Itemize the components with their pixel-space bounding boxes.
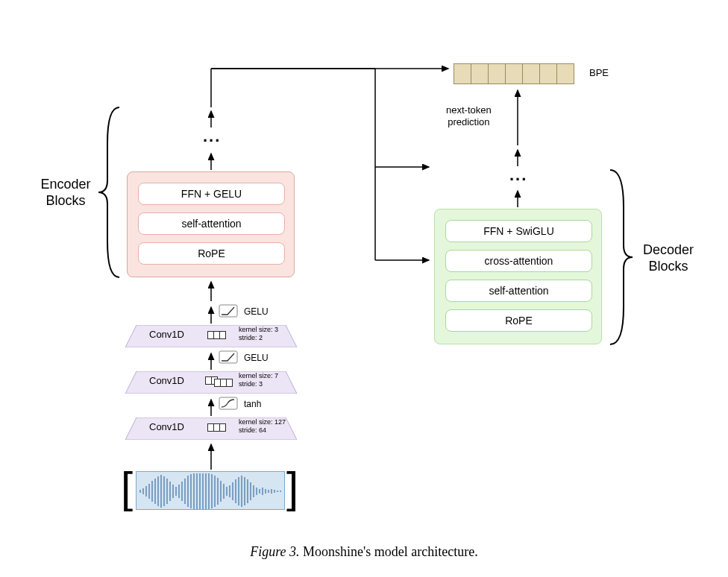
brace-right-icon [606,168,636,346]
audio-input-bracket-right: ] [286,462,298,512]
activation-label: GELU [244,306,269,317]
figure-caption: Figure 3. Moonshine's model architecture… [0,544,728,560]
decoder-layer-ffn: FFN + SwiGLU [445,220,592,242]
activation-gelu: GELU [219,304,278,321]
ellipsis: ... [509,165,527,185]
audio-input-bracket-left: [ [121,462,133,512]
decoder-side-label: Decoder Blocks [638,242,698,274]
bpe-output [454,63,574,84]
arrow-icon [207,440,216,471]
conv-label: Conv1D [149,329,184,340]
activation-label: GELU [244,353,269,363]
activation-label: tanh [244,399,261,409]
arrow-icon [207,395,216,417]
kernel-text: kernel size: 127 [239,418,286,426]
arrow-icon [513,186,522,209]
arrow-icon [207,349,216,371]
conv1d-layer-1: Conv1D kernel size: 3 stride: 2 [125,325,297,347]
activation-gelu: GELU [219,350,278,367]
decoder-layer-rope: RoPE [445,309,592,332]
bpe-label: BPE [589,67,609,78]
conv1d-layer-2: Conv1D kernel size: 7 stride: 3 [125,371,297,394]
conv1d-layer-3: Conv1D kernel size: 127 stride: 64 [125,417,297,440]
figure-text: Moonshine's model architecture. [300,544,478,559]
brace-left-icon [97,106,127,279]
kernel-text: kernel size: 3 [239,326,278,334]
stride-text: stride: 3 [239,380,278,388]
decoder-layer-crossattn: cross-attention [445,250,592,272]
figure-number: Figure 3. [250,544,299,559]
decoder-block: FFN + SwiGLU cross-attention self-attent… [434,209,602,344]
arrow-icon [207,303,216,325]
conv-label: Conv1D [149,421,184,432]
encoder-side-label: Encoder Blocks [36,176,95,209]
arrow-icon [513,86,522,147]
audio-waveform [136,471,285,510]
arrow-icon [207,277,216,303]
arrow-icon [513,145,522,168]
connector-arrows [211,69,457,262]
kernel-text: kernel size: 7 [239,372,278,380]
activation-tanh: tanh [219,397,278,413]
stride-text: stride: 2 [239,334,278,342]
stride-text: stride: 64 [239,426,286,435]
conv-label: Conv1D [149,375,184,386]
decoder-layer-selfattn: self-attention [445,280,592,302]
